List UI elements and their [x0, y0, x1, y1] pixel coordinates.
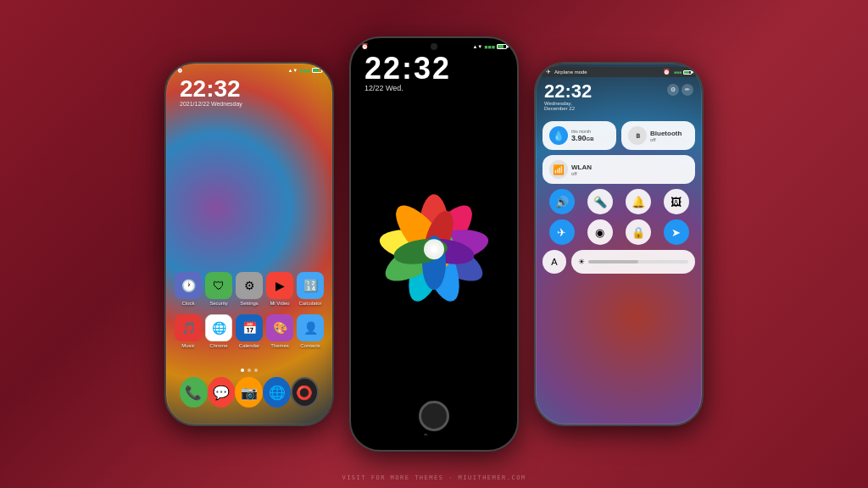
quick-buttons-row1: 🔊 🔦 🔔 🖼: [542, 189, 695, 214]
brightness-row: A ☀: [542, 250, 695, 274]
data-icon: 💧: [549, 126, 568, 145]
wlan-card[interactable]: 📶 WLAN off: [542, 155, 695, 184]
right-phone-time: 22:32 Wednesday, December 22: [544, 82, 592, 111]
lock-button[interactable]: 🔒: [626, 219, 651, 245]
edit-icon[interactable]: ✏: [682, 84, 693, 96]
right-time-row: 22:32 Wednesday, December 22 ⚙ ✏: [544, 82, 693, 111]
dock-messages[interactable]: 💬: [208, 377, 236, 408]
location-button[interactable]: ➤: [664, 219, 689, 245]
dock-camera[interactable]: 📷: [235, 377, 263, 408]
control-panel: 💧 this month 3.90GB ʙ Bluetooth off: [542, 121, 695, 274]
wifi-icon: 📶: [549, 160, 568, 179]
status-bar-left: ⏰ ▲▼ ■■■: [166, 64, 332, 75]
background: ⏰ ▲▼ ■■■ 22:32 2021/12/22 Wednesday: [0, 0, 868, 488]
app-mivideo[interactable]: ▶ Mi Video: [266, 272, 293, 306]
bell-button[interactable]: 🔔: [626, 189, 651, 214]
airplane-bar: ✈ Airplane mode ⏰ ■■■: [541, 67, 697, 79]
app-security[interactable]: 🛡 Security: [205, 272, 232, 306]
watermark: VISIT FOR MORE THEMES - MIUITHEMER.COM: [342, 474, 526, 481]
settings-icon[interactable]: ⚙: [667, 84, 679, 96]
auto-button[interactable]: A: [542, 250, 566, 274]
app-grid: 🕐 Clock 🛡 Security ⚙ Settings ▶: [166, 272, 332, 357]
app-chrome[interactable]: 🌐 Chrome: [205, 314, 232, 348]
home-button[interactable]: [419, 401, 449, 431]
app-contacts[interactable]: 👤 Contacts: [297, 314, 324, 348]
page-dots: [166, 369, 332, 372]
app-clock[interactable]: 🕐 Clock: [175, 272, 202, 306]
app-calendar[interactable]: 📅 Calendar: [236, 314, 263, 348]
data-usage-card[interactable]: 💧 this month 3.90GB: [542, 121, 616, 150]
dock-home[interactable]: ⭕: [291, 377, 319, 408]
svg-point-15: [431, 246, 437, 252]
app-calculator[interactable]: 🔢 Calculator: [297, 272, 324, 306]
app-row-1: 🕐 Clock 🛡 Security ⚙ Settings ▶: [173, 272, 326, 306]
screen-record-button[interactable]: 🖼: [664, 189, 689, 214]
flashlight-button[interactable]: 🔦: [587, 189, 613, 214]
phone-left: ⏰ ▲▼ ■■■ 22:32 2021/12/22 Wednesday: [164, 62, 334, 426]
dock: 📞 💬 📷 🌐 ⭕: [166, 377, 332, 408]
volume-button[interactable]: 🔊: [549, 189, 575, 214]
bluetooth-card[interactable]: ʙ Bluetooth off: [621, 121, 695, 150]
phone-center: ⏰ ▲▼ ■■■ 22:32 12/22 Wed.: [349, 36, 519, 452]
flower-wallpaper: [366, 181, 502, 320]
dock-phone[interactable]: 📞: [180, 377, 208, 408]
phone-right: ✈ Airplane mode ⏰ ■■■ 22:32 Wednesd: [534, 62, 704, 426]
dock-browser[interactable]: 🌐: [263, 377, 291, 408]
app-row-2: 🎵 Music 🌐 Chrome 📅 Calendar 🎨: [173, 314, 326, 348]
bluetooth-icon: ʙ: [628, 126, 647, 145]
left-phone-time: 22:32 2021/12/22 Wednesday: [180, 77, 242, 107]
app-settings[interactable]: ⚙ Settings: [236, 272, 263, 306]
bottom-nav: ⌃: [422, 432, 446, 441]
right-top-icons: ⚙ ✏: [667, 84, 693, 96]
app-themes[interactable]: 🎨 Themes: [266, 314, 293, 348]
app-music[interactable]: 🎵 Music: [175, 314, 202, 348]
center-phone-time: 22:32 12/22 Wed.: [364, 53, 451, 92]
brightness-slider[interactable]: ☀: [571, 250, 695, 274]
quick-buttons-row2: ✈ ◉ 🔒 ➤: [542, 219, 695, 245]
airplane-button[interactable]: ✈: [549, 219, 575, 245]
nfc-button[interactable]: ◉: [587, 219, 613, 245]
